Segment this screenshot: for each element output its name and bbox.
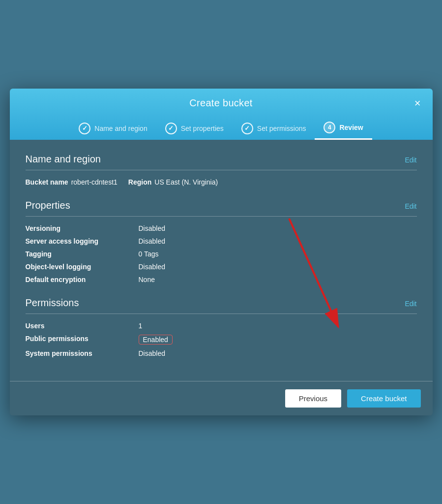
bucket-name-value: robert-cdntest1 — [71, 178, 118, 186]
section-permissions-title: Permissions — [26, 297, 79, 309]
step-check-3 — [241, 123, 253, 134]
prop-value-default-encryption: None — [139, 276, 417, 284]
create-bucket-button[interactable]: Create bucket — [347, 389, 420, 408]
modal-title: Create bucket — [189, 97, 252, 109]
step-label-1: Name and region — [94, 125, 147, 132]
step-check-1 — [79, 123, 90, 134]
section-properties: Properties Edit Versioning Disabled Serv… — [26, 200, 417, 284]
perm-label-users: Users — [26, 322, 134, 330]
section-permissions-header: Permissions Edit — [26, 297, 417, 309]
prop-label-object-logging: Object-level logging — [26, 263, 134, 271]
prop-value-object-logging: Disabled — [139, 263, 417, 271]
step-check-2 — [165, 123, 177, 134]
section-name-region-title: Name and region — [26, 154, 101, 165]
perm-value-public: Enabled — [139, 335, 417, 345]
modal-body: Name and region Edit Bucket name robert-… — [10, 140, 433, 381]
section-permissions: Permissions Edit Users 1 Public permissi… — [26, 297, 417, 357]
step-set-permissions[interactable]: Set permissions — [233, 118, 315, 139]
step-set-properties[interactable]: Set properties — [156, 118, 233, 139]
name-region-info-row: Bucket name robert-cdntest1 Region US Ea… — [26, 178, 417, 186]
prop-label-tagging: Tagging — [26, 250, 134, 258]
modal-header: Create bucket × Name and region Set prop… — [10, 89, 433, 140]
section-properties-title: Properties — [26, 200, 70, 211]
perm-label-public: Public permissions — [26, 335, 134, 345]
prop-label-default-encryption: Default encryption — [26, 276, 134, 284]
permissions-divider — [26, 314, 417, 314]
prop-label-server-logging: Server access logging — [26, 237, 134, 245]
section-name-region-header: Name and region Edit — [26, 154, 417, 165]
properties-divider — [26, 216, 417, 217]
section-name-region: Name and region Edit Bucket name robert-… — [26, 154, 417, 186]
properties-edit-link[interactable]: Edit — [405, 202, 416, 210]
properties-grid: Versioning Disabled Server access loggin… — [26, 224, 417, 284]
step-label-2: Set properties — [181, 125, 224, 132]
name-region-divider — [26, 170, 417, 170]
enabled-badge: Enabled — [139, 335, 173, 345]
create-bucket-modal: Create bucket × Name and region Set prop… — [10, 89, 433, 415]
region-value: US East (N. Virginia) — [154, 178, 218, 186]
section-properties-header: Properties Edit — [26, 200, 417, 211]
perm-value-system: Disabled — [139, 349, 417, 357]
stepper: Name and region Set properties Set permi… — [22, 117, 421, 140]
bucket-name-label: Bucket name — [26, 178, 68, 186]
prop-label-versioning: Versioning — [26, 224, 134, 232]
modal-footer: Previous Create bucket — [10, 381, 433, 415]
perm-value-users: 1 — [139, 322, 417, 330]
step-label-4: Review — [339, 124, 363, 131]
close-icon[interactable]: × — [414, 98, 421, 109]
prop-value-versioning: Disabled — [139, 224, 417, 232]
previous-button[interactable]: Previous — [285, 389, 341, 408]
name-region-edit-link[interactable]: Edit — [405, 156, 416, 164]
step-name-region[interactable]: Name and region — [70, 118, 156, 139]
step-review[interactable]: 4 Review — [315, 117, 372, 140]
prop-value-server-logging: Disabled — [139, 237, 417, 245]
region-label: Region — [128, 178, 151, 186]
step-label-3: Set permissions — [257, 125, 306, 132]
modal-title-bar: Create bucket × — [22, 97, 421, 109]
step-num-4: 4 — [324, 122, 335, 133]
prop-value-tagging: 0 Tags — [139, 250, 417, 258]
permissions-grid: Users 1 Public permissions Enabled Syste… — [26, 322, 417, 357]
permissions-edit-link[interactable]: Edit — [405, 300, 416, 308]
perm-label-system: System permissions — [26, 349, 134, 357]
